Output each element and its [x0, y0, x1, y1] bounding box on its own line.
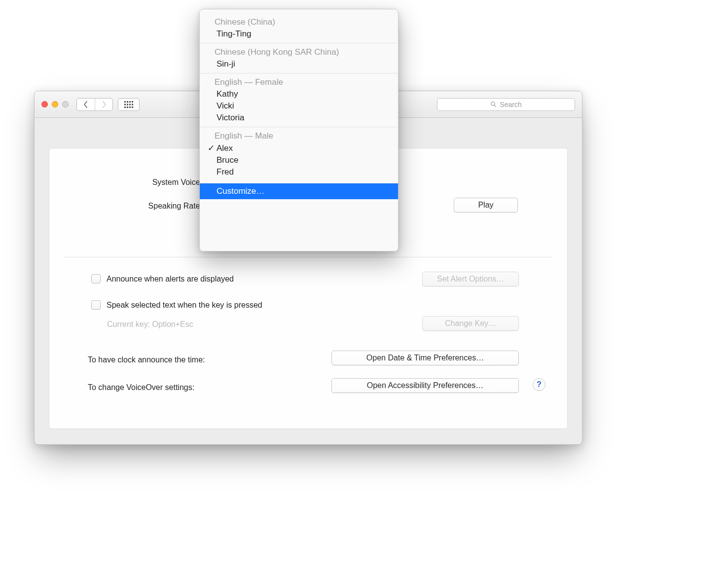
voice-option-label: Bruce — [217, 155, 238, 165]
voice-option-label: Sin-ji — [217, 59, 235, 69]
voice-option-kathy[interactable]: Kathy — [200, 88, 398, 100]
open-datetime-button[interactable]: Open Date & Time Preferences… — [331, 351, 519, 365]
speak-selected-checkbox[interactable] — [91, 300, 101, 310]
show-all-button[interactable] — [118, 98, 140, 111]
current-key-label: Current key: Option+Esc — [107, 320, 193, 329]
svg-rect-6 — [129, 104, 131, 105]
voice-group-header: Chinese (Hong Kong SAR China) — [200, 46, 398, 58]
minimize-button[interactable] — [52, 101, 58, 107]
voice-option-label: Fred — [217, 167, 234, 177]
popup-separator — [200, 127, 398, 127]
open-accessibility-button[interactable]: Open Accessibility Preferences… — [331, 378, 519, 393]
back-button[interactable] — [77, 99, 95, 110]
window-controls — [41, 101, 69, 107]
nav-back-forward — [76, 98, 113, 111]
set-alert-options-button[interactable]: Set Alert Options… — [422, 272, 519, 286]
forward-button[interactable] — [95, 99, 112, 110]
search-icon — [490, 101, 497, 107]
svg-rect-8 — [124, 106, 126, 108]
voice-option-ting-ting[interactable]: Ting-Ting — [200, 28, 398, 40]
voice-group-header: English — Male — [200, 130, 398, 142]
voice-option-fred[interactable]: Fred — [200, 166, 398, 178]
svg-rect-7 — [132, 104, 133, 105]
svg-rect-9 — [127, 106, 128, 108]
change-key-button[interactable]: Change Key… — [422, 316, 519, 331]
svg-point-12 — [491, 102, 495, 106]
play-button[interactable]: Play — [454, 198, 518, 213]
search-placeholder: Search — [500, 101, 521, 108]
voice-option-victoria[interactable]: Victoria — [200, 112, 398, 124]
customize-label: Customize… — [217, 186, 264, 196]
voice-option-alex[interactable]: ✓Alex — [200, 142, 398, 154]
voice-option-label: Kathy — [217, 89, 238, 99]
announce-alerts-checkbox[interactable] — [91, 274, 101, 284]
zoom-button[interactable] — [62, 101, 69, 107]
search-field[interactable]: Search — [437, 98, 575, 111]
announce-alerts-label: Announce when alerts are displayed — [107, 275, 234, 284]
grid-icon — [124, 101, 133, 108]
svg-rect-2 — [129, 101, 131, 103]
help-button[interactable]: ? — [533, 378, 546, 391]
voice-option-vicki[interactable]: Vicki — [200, 100, 398, 112]
voice-group-header: Chinese (China) — [200, 9, 398, 28]
svg-line-13 — [495, 105, 496, 106]
divider — [64, 257, 552, 257]
popup-separator — [200, 43, 398, 43]
system-voice-popup: Chinese (China) Ting-Ting Chinese (Hong … — [199, 9, 399, 251]
voice-option-sin-ji[interactable]: Sin-ji — [200, 58, 398, 70]
customize-voices-item[interactable]: Customize… — [200, 183, 398, 199]
clock-announce-label: To have clock announce the time: — [88, 355, 205, 364]
help-icon: ? — [537, 380, 542, 389]
svg-rect-3 — [132, 101, 133, 103]
svg-rect-10 — [129, 106, 131, 108]
svg-rect-0 — [124, 101, 126, 103]
speaking-rate-label: Speaking Rate: — [69, 202, 202, 211]
voice-option-bruce[interactable]: Bruce — [200, 154, 398, 166]
voice-group-header: English — Female — [200, 76, 398, 88]
checkmark-icon: ✓ — [207, 143, 216, 153]
popup-separator — [200, 73, 398, 73]
voiceover-settings-label: To change VoiceOver settings: — [88, 383, 194, 392]
system-voice-label: System Voice: — [69, 178, 202, 187]
announce-alerts-row: Announce when alerts are displayed — [91, 274, 234, 284]
speak-selected-label: Speak selected text when the key is pres… — [107, 301, 262, 310]
svg-rect-1 — [127, 101, 128, 103]
voice-option-label: Vicki — [217, 101, 234, 111]
voice-option-label: Alex — [217, 143, 233, 153]
voice-option-label: Victoria — [217, 113, 244, 123]
close-button[interactable] — [41, 101, 48, 107]
svg-rect-4 — [124, 104, 126, 105]
speak-selected-row: Speak selected text when the key is pres… — [91, 300, 262, 310]
chevron-right-icon — [102, 101, 107, 108]
voice-option-label: Ting-Ting — [217, 29, 252, 39]
chevron-left-icon — [83, 101, 88, 108]
svg-rect-5 — [127, 104, 128, 105]
svg-rect-11 — [132, 106, 133, 108]
